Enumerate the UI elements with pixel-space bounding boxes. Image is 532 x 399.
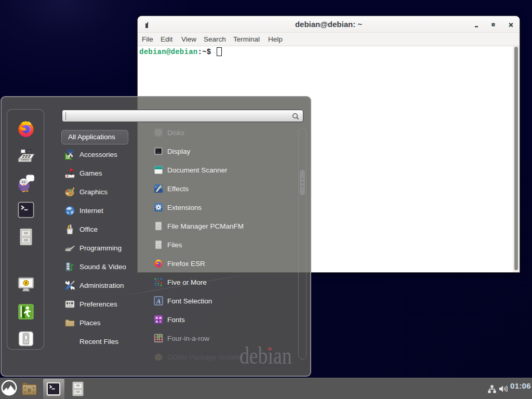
svg-text:A: A (156, 298, 161, 305)
svg-text:a: a (159, 319, 162, 324)
svg-text:D: D (28, 388, 31, 394)
